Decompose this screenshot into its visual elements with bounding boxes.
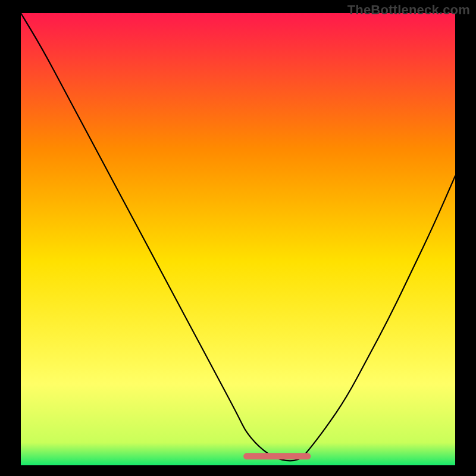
bottleneck-curve — [21, 13, 455, 465]
plot-area — [21, 13, 455, 465]
watermark-text: TheBottleneck.com — [347, 2, 470, 18]
chart-frame: TheBottleneck.com — [0, 0, 476, 476]
